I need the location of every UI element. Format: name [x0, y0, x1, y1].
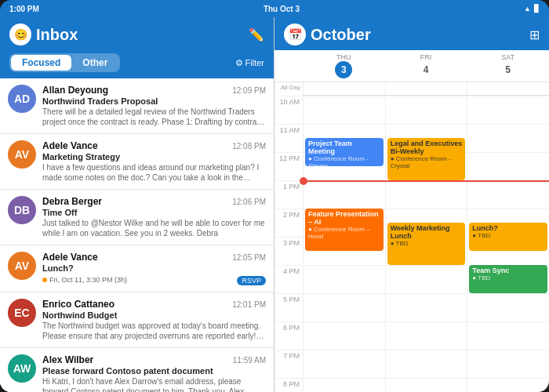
email-sender: Enrico Cattaneo: [42, 299, 115, 310]
email-item[interactable]: EC Enrico Cattaneo 12:01 PM Northwind Bu…: [0, 292, 274, 348]
time-slot-label: 2 PM: [274, 209, 303, 237]
grid-col-1: Legal and Executives Bi-Weekly ● Confere…: [385, 96, 467, 392]
current-time-indicator: [303, 180, 549, 182]
compose-icon[interactable]: ✏️: [249, 27, 264, 42]
status-icons: ▲ ▊: [524, 5, 540, 13]
time-slot-label: 5 PM: [274, 293, 303, 321]
time-line: [386, 321, 467, 350]
filter-tabs: Focused Other ⚙ Filter: [0, 50, 274, 78]
profile-avatar[interactable]: 😊: [9, 24, 31, 45]
time-line: [386, 265, 467, 293]
email-header-row: Enrico Cattaneo 12:01 PM: [42, 299, 266, 310]
time-line: [304, 293, 385, 321]
battery-icon: ▊: [534, 5, 540, 13]
calendar-header: 📅 October ⊞: [274, 17, 549, 50]
day-label: Fri: [385, 53, 467, 61]
email-avatar: AD: [8, 85, 36, 113]
email-list: AD Allan Deyoung 12:09 PM Northwind Trad…: [0, 78, 274, 392]
email-avatar: AV: [8, 140, 36, 169]
time-line: [386, 180, 467, 209]
tab-group: Focused Other: [9, 53, 120, 72]
time-slot-label: 12 PM: [274, 152, 303, 180]
calendar-event[interactable]: Team Sync ● TBD: [469, 265, 547, 293]
calendar-month-label: October: [311, 26, 371, 44]
email-time: 12:05 PM: [232, 253, 266, 262]
grid-col-0: Project Team Meeting ● Conference Room -…: [303, 96, 385, 392]
time-slot-label: 6 PM: [274, 321, 303, 350]
calendar-app-icon: 📅: [284, 24, 306, 45]
event-title: Lunch?: [472, 224, 544, 232]
email-time: 11:59 AM: [233, 356, 266, 365]
email-avatar: EC: [8, 299, 36, 327]
filter-button[interactable]: ⚙ Filter: [235, 58, 264, 68]
tab-focused[interactable]: Focused: [11, 55, 71, 71]
time-line: [304, 96, 385, 124]
status-bar: 1:00 PM Thu Oct 3 ▲ ▊: [0, 0, 549, 17]
day-col-header-0: Thu 3: [303, 50, 385, 82]
email-content: Enrico Cattaneo 12:01 PM Northwind Budge…: [42, 299, 266, 341]
time-line: [304, 350, 385, 378]
email-content: Allan Deyoung 12:09 PM Northwind Traders…: [42, 85, 266, 127]
inbox-title-label: Inbox: [36, 26, 78, 44]
tab-other[interactable]: Other: [71, 55, 118, 71]
email-item[interactable]: DB Debra Berger 12:06 PM Time Off Just t…: [0, 190, 274, 245]
email-sender: Alex Wilber: [42, 354, 93, 365]
email-avatar: DB: [8, 196, 36, 224]
time-line: [467, 350, 549, 378]
email-content: Adele Vance 12:05 PM Lunch? Fri, Oct 11,…: [42, 252, 266, 285]
allday-col-2: [467, 82, 549, 95]
calendar-grid-icon[interactable]: ⊞: [529, 27, 540, 42]
event-title: Team Sync: [472, 267, 544, 274]
inbox-panel: 😊 Inbox ✏️ Focused Other ⚙ Filter AD: [0, 17, 274, 392]
email-preview: There will be a detailed legal review of…: [42, 107, 266, 127]
event-title: Weekly Marketing Lunch: [391, 224, 463, 240]
email-item[interactable]: AD Allan Deyoung 12:09 PM Northwind Trad…: [0, 78, 274, 134]
day-num: 3: [335, 61, 352, 78]
email-item[interactable]: AV Adele Vance 12:05 PM Lunch? Fri, Oct …: [0, 245, 274, 292]
day-label: Thu: [303, 53, 385, 61]
event-title: Feature Presentation – AI: [308, 210, 380, 226]
calendar-event[interactable]: Project Team Meeting ● Conference Room -…: [305, 138, 384, 166]
allday-label: All Day: [274, 82, 303, 96]
email-header-row: Alex Wilber 11:59 AM: [42, 354, 266, 365]
calendar-panel: 📅 October ⊞ Thu 3 Fri 4 Sat 5 All Day: [274, 17, 549, 392]
email-preview: Hi Katri, I don't have Alex Darrow's ema…: [42, 376, 266, 392]
email-content: Adele Vance 12:08 PM Marketing Strategy …: [42, 140, 266, 183]
email-sender: Allan Deyoung: [42, 85, 108, 96]
time-line: [386, 96, 467, 124]
calendar-event[interactable]: Legal and Executives Bi-Weekly ● Confere…: [387, 138, 466, 180]
email-time: 12:08 PM: [232, 142, 266, 151]
grid-col-2: Lunch? ● TBD Team Sync ● TBD: [467, 96, 549, 392]
email-item[interactable]: AV Adele Vance 12:08 PM Marketing Strate…: [0, 134, 274, 190]
event-title: Legal and Executives Bi-Weekly: [391, 140, 463, 155]
email-time: 12:09 PM: [232, 86, 266, 95]
event-sub: ● TBD: [391, 240, 463, 247]
email-preview: Just talked to @Nestor Wilke and he will…: [42, 218, 266, 238]
calendar-event[interactable]: Weekly Marketing Lunch ● TBD: [387, 223, 466, 265]
email-content: Alex Wilber 11:59 AM Please forward Cont…: [42, 354, 266, 392]
calendar-title: 📅 October: [284, 24, 371, 45]
wifi-icon: ▲: [524, 5, 531, 13]
email-sender: Debra Berger: [42, 196, 102, 207]
time-slot-label: 7 PM: [274, 350, 303, 378]
email-time: 12:01 PM: [232, 300, 266, 309]
event-sub: ● Conference Room - Steven: [308, 155, 380, 166]
status-date: Thu Oct 3: [264, 5, 300, 13]
email-header-row: Adele Vance 12:05 PM: [42, 252, 266, 263]
rsvp-badge[interactable]: RSVP: [237, 276, 266, 285]
calendar-event[interactable]: Feature Presentation – AI ● Conference R…: [305, 209, 384, 251]
time-line: [304, 378, 385, 392]
allday-row: All Day: [274, 82, 549, 96]
calendar-event[interactable]: Lunch? ● TBD: [469, 223, 547, 251]
time-slot-label: 11 AM: [274, 124, 303, 152]
email-item[interactable]: AW Alex Wilber 11:59 AM Please forward C…: [0, 348, 274, 392]
allday-col-0: [303, 82, 385, 95]
day-label: Sat: [467, 53, 549, 61]
email-sender: Adele Vance: [42, 140, 98, 151]
day-num[interactable]: 4: [417, 61, 434, 78]
filter-label: Filter: [245, 58, 264, 67]
day-col-header-2: Sat 5: [467, 50, 549, 82]
day-num[interactable]: 5: [500, 61, 517, 78]
email-subject: Northwind Traders Proposal: [42, 96, 266, 106]
event-sub: ● Conference Room - Crystal: [391, 155, 463, 169]
